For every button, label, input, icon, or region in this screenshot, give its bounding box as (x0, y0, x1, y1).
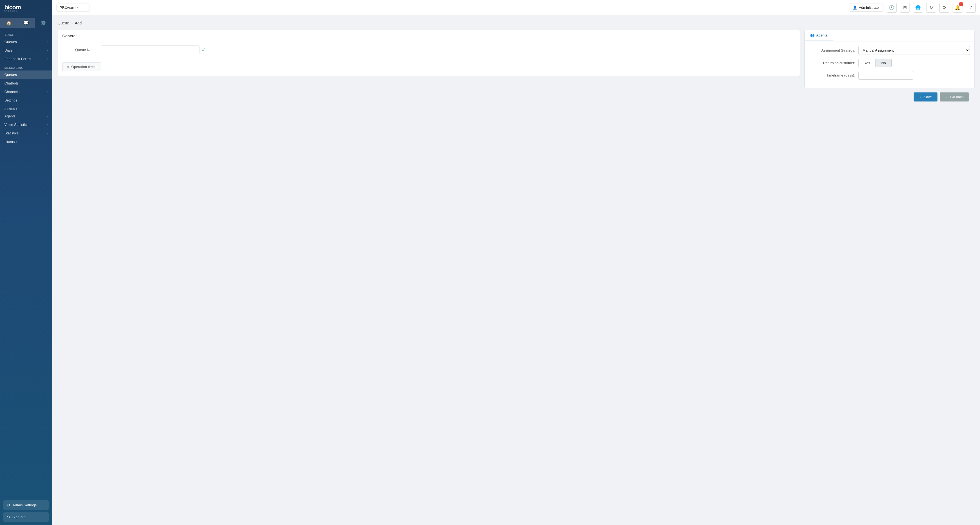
sidebar-logo: bicom SYSTEMS (0, 0, 52, 16)
assignment-strategy-row: Assignment Strategy: Manual Assignment R… (809, 46, 970, 55)
go-back-button[interactable]: ← Go back (940, 92, 969, 102)
assignment-strategy-select[interactable]: Manual Assignment Round Robin Least Rece… (859, 46, 970, 55)
breadcrumb-separator: › (72, 21, 73, 25)
section-messaging-label: MESSAGING (0, 63, 52, 70)
chevron-icon: › (47, 40, 48, 43)
tab-agents[interactable]: 👥 Agents (805, 30, 833, 41)
help-icon: ? (970, 5, 972, 10)
user-icon: 👤 (853, 5, 857, 10)
sign-out-label: Sign out (12, 515, 25, 519)
chevron-icon: › (47, 49, 48, 52)
sidebar-item-dialer-label: Dialer (5, 48, 14, 52)
returning-customer-label: Returning customer: (809, 61, 859, 65)
refresh-icon: ↻ (929, 5, 933, 10)
chevron-icon: › (47, 115, 48, 118)
form-layout: General Queue Name: ✓ ○ Operation times (57, 30, 975, 88)
breadcrumb-parent: Queue (57, 21, 69, 25)
sidebar-nav-settings[interactable]: ⚙️ (35, 18, 52, 28)
section-general-label: GENERAL (0, 105, 52, 112)
action-bar: ✓ Save ← Go back (57, 88, 975, 106)
returning-customer-yes[interactable]: Yes (859, 59, 875, 67)
sidebar-item-voice-statistics-label: Voice Statistics (5, 123, 28, 127)
check-icon: ✓ (919, 95, 922, 99)
timeframe-days-input[interactable] (859, 71, 913, 80)
sidebar-item-queues-voice[interactable]: Queues › (0, 38, 52, 46)
sidebar-item-queues-messaging-label: Queues (5, 73, 17, 77)
agents-tabs: 👥 Agents (805, 30, 974, 41)
sidebar-item-voice-statistics[interactable]: Voice Statistics › (0, 121, 52, 129)
user-menu[interactable]: 👤 Administrator (849, 3, 883, 11)
sidebar-item-feedback-forms-label: Feedback Forms (5, 57, 31, 61)
section-voice-label: VOICE (0, 30, 52, 38)
sidebar-item-settings[interactable]: Settings (0, 96, 52, 105)
save-label: Save (924, 95, 932, 99)
page-content: Queue › Add General Queue Name: ✓ ○ Oper… (52, 15, 980, 525)
agents-body: Assignment Strategy: Manual Assignment R… (805, 41, 974, 88)
sidebar-item-chatbots[interactable]: Chatbots (0, 79, 52, 88)
dropdown-arrow-icon: ▾ (77, 6, 78, 9)
save-button[interactable]: ✓ Save (913, 92, 937, 102)
admin-settings-button[interactable]: ⚙ Admin Settings (3, 500, 49, 510)
agents-tab-icon: 👥 (810, 33, 815, 37)
chevron-icon: › (47, 132, 48, 135)
grid-button[interactable]: ⊞ (900, 3, 910, 13)
chevron-icon: › (47, 123, 48, 126)
chevron-icon: › (47, 57, 48, 60)
general-title: General (58, 30, 800, 41)
sidebar-nav-icons: 🏠 💬 ⚙️ (0, 16, 52, 30)
sidebar-item-channels[interactable]: Channels › (0, 88, 52, 96)
gear-icon: ⚙ (7, 503, 10, 507)
returning-customer-no[interactable]: No (875, 59, 891, 67)
sidebar-item-statistics[interactable]: Statistics › (0, 129, 52, 137)
queue-name-label: Queue Name: (62, 48, 101, 52)
sidebar-nav-chat[interactable]: 💬 (17, 18, 35, 28)
sync-button[interactable]: ⟳ (939, 3, 949, 13)
grid-icon: ⊞ (903, 5, 907, 10)
general-body: Queue Name: ✓ (58, 41, 800, 62)
sidebar-nav-home[interactable]: 🏠 (0, 18, 17, 28)
user-name: Administrator (859, 5, 880, 10)
app-name: PBXware (59, 5, 75, 10)
notification-badge: 1 (959, 2, 963, 6)
general-card: General Queue Name: ✓ ○ Operation times (57, 30, 800, 76)
sidebar-item-channels-label: Channels (5, 90, 19, 94)
sign-out-button[interactable]: ↪ Sign out (3, 512, 49, 522)
sidebar-item-feedback-forms[interactable]: Feedback Forms › (0, 54, 52, 63)
queue-name-row: Queue Name: ✓ (62, 46, 795, 54)
queue-name-input[interactable] (101, 46, 199, 54)
globe-icon: 🌐 (915, 5, 921, 10)
go-back-label: Go back (950, 95, 964, 99)
sidebar-item-agents-label: Agents (5, 114, 15, 118)
timeframe-days-row: Timeframe (days): (809, 71, 970, 80)
admin-settings-label: Admin Settings (13, 503, 37, 507)
breadcrumb-current: Add (75, 21, 82, 25)
operation-times-button[interactable]: ○ Operation times (62, 62, 101, 71)
sidebar-item-settings-label: Settings (5, 98, 17, 102)
circle-icon: ○ (67, 65, 69, 69)
refresh-button[interactable]: ↻ (926, 3, 936, 13)
globe-button[interactable]: 🌐 (913, 3, 923, 13)
sidebar-item-agents[interactable]: Agents › (0, 112, 52, 121)
returning-customer-row: Returning customer: Yes No (809, 59, 970, 67)
sidebar-item-license-label: License (5, 140, 17, 144)
sidebar-item-statistics-label: Statistics (5, 131, 19, 135)
timeframe-days-label: Timeframe (days): (809, 73, 859, 77)
sync-icon: ⟳ (943, 5, 946, 10)
notification-button[interactable]: 🔔 1 (953, 3, 963, 13)
arrow-left-icon: ← (945, 95, 949, 99)
sidebar-item-license[interactable]: License (0, 137, 52, 146)
agents-tab-label: Agents (816, 33, 827, 37)
sidebar-footer: ⚙ Admin Settings ↪ Sign out (0, 497, 52, 525)
sidebar-item-dialer[interactable]: Dialer › (0, 46, 52, 54)
sidebar: bicom SYSTEMS 🏠 💬 ⚙️ VOICE Queues › Dial… (0, 0, 52, 525)
returning-customer-toggle: Yes No (859, 59, 892, 67)
sidebar-item-chatbots-label: Chatbots (5, 81, 19, 85)
assignment-strategy-label: Assignment Strategy: (809, 48, 859, 52)
help-button[interactable]: ? (966, 3, 975, 13)
clock-button[interactable]: 🕐 (887, 3, 897, 13)
sidebar-item-queues-messaging[interactable]: Queues (0, 70, 52, 79)
app-selector[interactable]: PBXware ▾ (57, 3, 89, 12)
sidebar-item-queues-voice-label: Queues (5, 40, 17, 44)
check-icon: ✓ (202, 47, 206, 53)
signout-icon: ↪ (7, 515, 10, 519)
